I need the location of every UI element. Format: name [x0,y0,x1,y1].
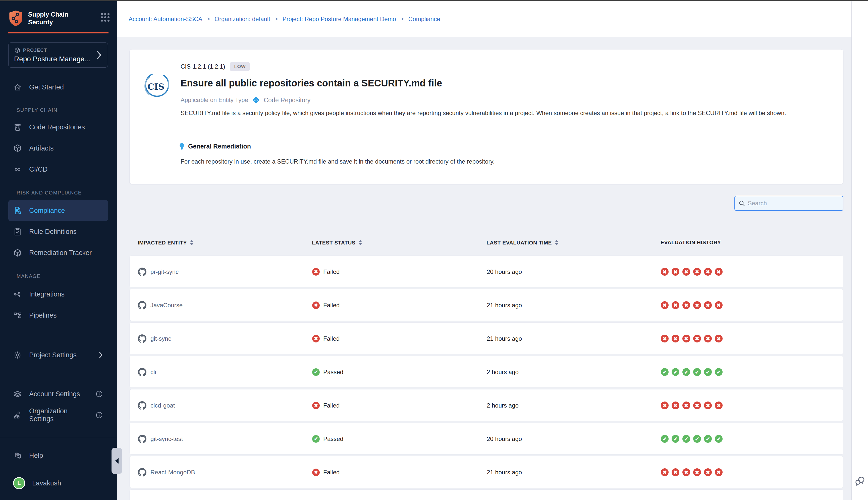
entity-type-label[interactable]: Code Repository [264,96,310,104]
table-row[interactable]: pr-git-sync ✖ Failed 20 hours ago ✖✖✖✖✖✖ [129,255,843,287]
table-row[interactable]: JavaCourse ✖ Failed 21 hours ago ✖✖✖✖✖✖ [129,289,843,321]
failed-history-icon: ✖ [661,401,669,409]
breadcrumb-project[interactable]: Project: Repo Posture Management Demo [282,15,396,23]
entity-name-link[interactable]: JavaCourse [150,302,183,309]
collapse-left-icon [115,458,118,464]
sidebar-item-label: Compliance [29,207,65,215]
last-evaluation-time: 21 hours ago [487,289,522,321]
table-header: IMPACTED ENTITY LATEST STATUS LAST EVALU… [129,239,843,252]
sidebar-item-label: CI/CD [29,166,48,173]
cicd-infinity-icon [13,165,22,174]
sidebar-item-remediation-tracker[interactable]: Remediation Tracker [8,242,108,263]
passed-history-icon: ✔ [672,435,679,443]
search-input[interactable] [748,200,840,207]
passed-history-icon: ✔ [661,435,669,443]
chevron-right-icon [99,352,103,358]
status-icon: ✔ [312,435,320,443]
status-icon: ✖ [312,335,320,342]
table-row[interactable]: git-sync-test ✔ Passed 20 hours ago ✔✔✔✔… [129,423,843,455]
status-label: Passed [323,435,343,442]
sidebar-item-cicd[interactable]: CI/CD [8,159,108,180]
entity-name-link[interactable]: pr-git-sync [150,268,178,275]
sidebar-item-compliance[interactable]: Compliance [8,200,108,221]
sidebar-item-organization-settings[interactable]: Organization Settings [8,405,108,425]
search-box [734,196,843,211]
table-row[interactable]: ✔ Passed ✔✔✔✔✔✔ [129,489,843,500]
failed-history-icon: ✖ [715,468,722,476]
column-header-last-evaluation-time[interactable]: LAST EVALUATION TIME [486,239,558,246]
sidebar-item-code-repositories[interactable]: Code Repositories [8,116,108,138]
module-switcher-icon[interactable] [101,13,109,22]
chevron-right-icon [96,51,102,59]
failed-history-icon: ✖ [682,301,690,309]
entity-name-link[interactable]: git-sync-test [150,435,183,442]
svg-text:?: ? [15,453,17,456]
entity-name-link[interactable]: cli [150,368,156,376]
sidebar-item-integrations[interactable]: Integrations [8,284,108,305]
project-selector[interactable]: PROJECT Repo Posture Manage... [8,43,108,68]
evaluation-history: ✖✖✖✖✖✖ [661,322,722,354]
top-bar: Account: Automation-SSCA > Organization:… [117,1,852,37]
sort-icon [358,239,362,246]
content-area: CIS CIS-1.2.1 (1.2.1) LOW Ensure all pub… [117,37,852,500]
status-label: Failed [323,268,339,275]
breadcrumb-compliance[interactable]: Compliance [408,15,440,23]
sidebar-item-label: Rule Definitions [29,228,77,236]
project-label: PROJECT [23,48,47,53]
failed-history-icon: ✖ [704,335,712,342]
help-chat-icon: ? [13,451,22,460]
table-row[interactable]: cli ✔ Passed 2 hours ago ✔✔✔✔✔✔ [129,356,843,388]
rule-title: Ensure all public repositories contain a… [181,78,442,89]
code-repository-entity-icon: </> [252,96,260,104]
table-row[interactable]: cicd-goat ✖ Failed 2 hours ago ✖✖✖✖✖✖ [129,389,843,421]
sidebar-bottom-section: ? Help L Lavakush [0,438,117,500]
status-label: Failed [323,469,339,476]
breadcrumb-organization[interactable]: Organization: default [215,15,270,23]
sidebar-item-pipelines[interactable]: Pipelines [8,305,108,326]
sidebar-item-label: Account Settings [29,390,80,398]
info-icon[interactable] [95,390,103,398]
sidebar-divider [9,375,108,375]
sidebar-item-project-settings[interactable]: Project Settings [8,344,108,366]
column-header-evaluation-history: EVALUATION HISTORY [661,239,721,246]
info-icon[interactable] [95,411,103,419]
column-header-impacted-entity[interactable]: IMPACTED ENTITY [138,239,194,246]
section-header-manage: MANAGE [0,273,117,279]
entity-name-link[interactable]: cicd-goat [150,402,175,409]
sidebar-item-rule-definitions[interactable]: Rule Definitions [8,221,108,242]
entity-name-link[interactable]: git-sync [150,335,171,342]
pipelines-icon [13,311,22,320]
failed-history-icon: ✖ [693,468,701,476]
failed-history-icon: ✖ [693,301,701,309]
sidebar-collapse-handle[interactable] [112,448,122,474]
failed-history-icon: ✖ [693,401,701,409]
sort-icon [555,239,558,246]
accent-divider [8,32,108,33]
breadcrumb-separator-icon: > [275,16,278,22]
right-utility-strip [852,1,868,500]
applicable-label: Applicable on Entity Type [181,96,248,103]
passed-history-icon: ✔ [682,368,690,376]
user-menu[interactable]: L Lavakush [8,473,108,494]
sidebar-item-get-started[interactable]: Get Started [8,77,108,98]
sidebar-item-help[interactable]: ? Help [8,445,108,466]
chat-bubbles-icon [854,475,866,486]
sidebar-item-artifacts[interactable]: Artifacts [8,138,108,159]
sidebar: Supply Chain Security PROJECT Repo Postu… [0,0,117,500]
failed-history-icon: ✖ [693,268,701,276]
column-header-latest-status[interactable]: LATEST STATUS [312,239,362,246]
breadcrumb-account[interactable]: Account: Automation-SSCA [129,15,202,23]
entity-name-link[interactable]: React-MongoDB [150,469,195,476]
failed-history-icon: ✖ [661,335,669,342]
table-row[interactable]: git-sync ✖ Failed 21 hours ago ✖✖✖✖✖✖ [129,322,843,354]
sidebar-item-label: Pipelines [29,311,57,319]
sidebar-item-account-settings[interactable]: Account Settings [8,384,108,405]
sidebar-item-label: Integrations [29,291,65,298]
passed-history-icon: ✔ [693,435,701,443]
breadcrumb: Account: Automation-SSCA > Organization:… [129,15,440,23]
status-icon: ✖ [312,469,320,476]
table-row[interactable]: React-MongoDB ✖ Failed 21 hours ago ✖✖✖✖… [129,456,843,488]
github-icon [138,468,147,477]
support-chat-launcher[interactable] [854,475,866,487]
status-icon: ✖ [312,302,320,309]
